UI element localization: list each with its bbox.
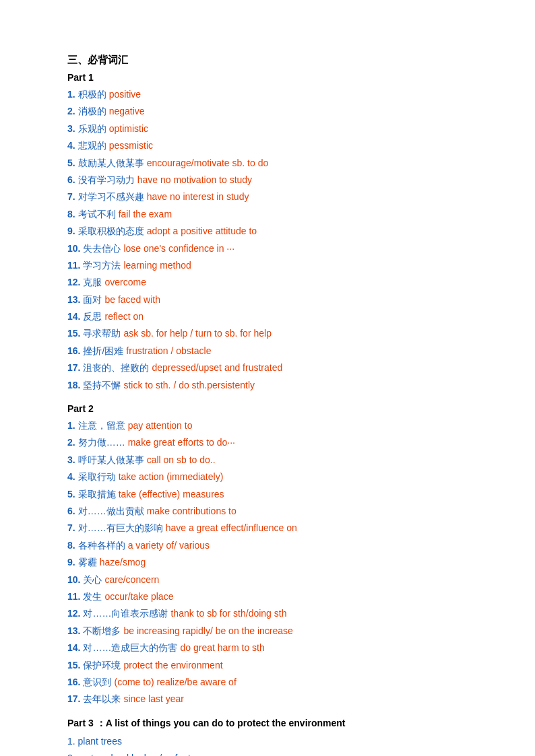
- item-chinese: 悲观的: [78, 140, 106, 151]
- item-english: stick to sth. / do sth.persistently: [123, 380, 255, 390]
- list-item: 4.悲观的pessmistic: [67, 138, 468, 153]
- list-item: 15.寻求帮助ask sb. for help / turn to sb. fo…: [67, 326, 468, 341]
- item-english: occur/take place: [104, 591, 173, 602]
- item-chinese: 意识到: [83, 677, 111, 687]
- item-english: call on sb to do..: [147, 454, 216, 465]
- item-chinese: 沮丧的、挫败的: [83, 362, 149, 373]
- item-number: 5.: [67, 489, 75, 500]
- part1-list: 1.积极的positive2.消极的negative3.乐观的optimisti…: [67, 87, 468, 392]
- list-item: 17.沮丧的、挫败的depressed/upset and frustrated: [67, 360, 468, 375]
- list-item: 13.面对be faced with: [67, 292, 468, 307]
- item-number: 17.: [67, 693, 80, 704]
- part3-title: Part 3 ：A list of things you can do to p…: [67, 718, 468, 730]
- item-english: be faced with: [104, 294, 160, 305]
- item-number: 4.: [67, 471, 75, 482]
- item-chinese: 注意，留意: [78, 420, 125, 431]
- item-english: since last year: [123, 693, 183, 704]
- item-number: 6.: [67, 174, 75, 185]
- item-chinese: 寻求帮助: [83, 328, 121, 339]
- item-english: lose one's confidence in ···: [123, 243, 234, 254]
- item-english: do great harm to sth: [180, 642, 264, 653]
- list-item: 3.乐观的optimistic: [67, 121, 468, 136]
- list-item: 14.对……造成巨大的伤害do great harm to sth: [67, 640, 468, 655]
- item-english: have no interest in study: [147, 191, 249, 202]
- item-chinese: 去年以来: [83, 693, 121, 704]
- item-english: depressed/upset and frustrated: [152, 362, 282, 373]
- item-chinese: 乐观的: [78, 123, 106, 134]
- item-english: make great efforts to do···: [128, 437, 235, 448]
- item-english: take (effective) measures: [119, 489, 224, 500]
- item-chinese: 对……造成巨大的伤害: [83, 642, 177, 653]
- item-number: 9.: [67, 226, 75, 236]
- item-english: reflect on: [104, 311, 144, 322]
- item-chinese: 发生: [83, 591, 102, 602]
- item-chinese: 采取积极的态度: [78, 226, 144, 236]
- item-english: pay attention to: [128, 420, 193, 431]
- item-number: 14.: [67, 311, 80, 322]
- list-item: 2.努力做……make great efforts to do···: [67, 435, 468, 450]
- item-chinese: 坚持不懈: [83, 380, 121, 390]
- item-number: 11.: [67, 591, 80, 602]
- item-number: 3.: [67, 123, 75, 134]
- item-number: 15.: [67, 660, 80, 671]
- item-number: 12.: [67, 608, 80, 619]
- item-number: 1.: [67, 89, 75, 100]
- list-item: 9.采取积极的态度adopt a positive attitude to: [67, 224, 468, 238]
- item-english: frustration / obstacle: [126, 345, 211, 356]
- list-item: 2. go to school by bus/on foot: [67, 751, 468, 756]
- item-chinese: 对……向谁表示感谢: [83, 608, 168, 619]
- list-item: 12.克服overcome: [67, 275, 468, 289]
- list-item: 8.各种各样的a variety of/ various: [67, 538, 468, 553]
- part1-title: Part 1: [67, 72, 468, 83]
- list-item: 4.采取行动take action (immediately): [67, 469, 468, 484]
- item-english: be increasing rapidly/ be on the increas…: [123, 625, 292, 636]
- part3-list: 1. plant trees2. go to school by bus/on …: [67, 734, 468, 756]
- part2-title: Part 2: [67, 403, 468, 414]
- list-item: 13.不断增多be increasing rapidly/ be on the …: [67, 623, 468, 638]
- part3-container: Part 3 ：A list of things you can do to p…: [67, 718, 468, 756]
- item-number: 7.: [67, 522, 75, 533]
- item-english: thank to sb for sth/doing sth: [170, 608, 286, 619]
- item-chinese: 反思: [83, 311, 102, 322]
- item-number: 10.: [67, 574, 80, 585]
- list-item: 2.消极的negative: [67, 104, 468, 118]
- item-chinese: 对……做出贡献: [78, 506, 144, 516]
- part2-list: 1.注意，留意pay attention to2.努力做……make great…: [67, 418, 468, 707]
- list-item: 3.呼吁某人做某事call on sb to do..: [67, 452, 468, 467]
- item-chinese: 挫折/困难: [83, 345, 123, 356]
- item-english: optimistic: [109, 123, 148, 134]
- list-item: 5.鼓励某人做某事encourage/motivate sb. to do: [67, 156, 468, 170]
- item-english: take action (immediately): [119, 471, 224, 482]
- item-number: 13.: [67, 625, 80, 636]
- list-item: 15.保护环境protect the environment: [67, 658, 468, 673]
- item-chinese: 各种各样的: [78, 540, 125, 551]
- item-number: 16.: [67, 677, 80, 687]
- item-chinese: 面对: [83, 294, 102, 305]
- item-number: 17.: [67, 362, 80, 373]
- item-number: 1.: [67, 420, 75, 431]
- item-number: 2.: [67, 437, 75, 448]
- item-chinese: 努力做……: [78, 437, 125, 448]
- list-item: 14.反思reflect on: [67, 309, 468, 324]
- list-item: 10.失去信心lose one's confidence in ···: [67, 241, 468, 256]
- list-item: 6.对……做出贡献make contributions to: [67, 504, 468, 518]
- item-number: 12.: [67, 277, 80, 287]
- item-english: haze/smog: [100, 557, 146, 568]
- item-english: positive: [109, 89, 141, 100]
- item-number: 13.: [67, 294, 80, 305]
- item-english: overcome: [104, 277, 146, 287]
- item-number: 8.: [67, 209, 75, 219]
- item-number: 3.: [67, 454, 75, 465]
- list-item: 7.对……有巨大的影响have a great effect/influence…: [67, 520, 468, 535]
- item-chinese: 对学习不感兴趣: [78, 191, 144, 202]
- item-number: 8.: [67, 540, 75, 551]
- item-number: 11.: [67, 260, 80, 271]
- item-english: pessmistic: [109, 140, 153, 151]
- item-number: 7.: [67, 191, 75, 202]
- item-english: negative: [109, 106, 145, 116]
- item-chinese: 不断增多: [83, 625, 121, 636]
- item-number: 16.: [67, 345, 80, 356]
- item-number: 15.: [67, 328, 80, 339]
- item-english: learning method: [123, 260, 191, 271]
- part2-container: Part 2 1.注意，留意pay attention to2.努力做……mak…: [67, 403, 468, 707]
